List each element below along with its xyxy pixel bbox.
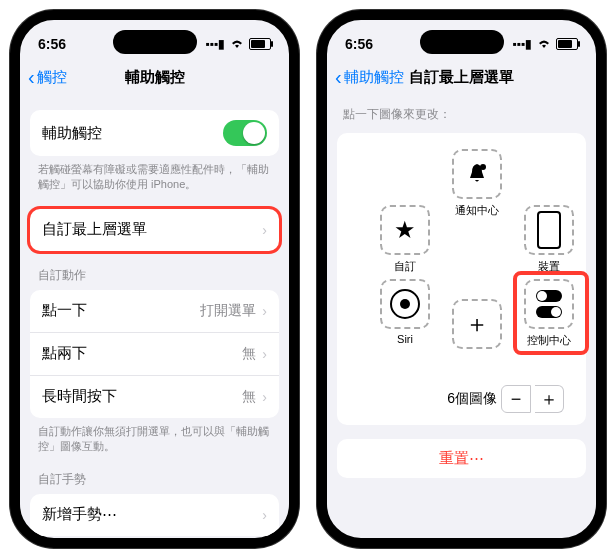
back-button[interactable]: ‹ 觸控 [28, 67, 67, 87]
signal-icon: ▪▪▪▮ [512, 37, 532, 51]
new-gesture-row[interactable]: 新增手勢⋯ › [30, 494, 279, 536]
star-icon: ★ [380, 205, 430, 255]
chevron-right-icon: › [262, 507, 267, 523]
custom-actions-footer: 自訂動作讓你無須打開選單，也可以與「輔助觸控」圖像互動。 [30, 418, 279, 455]
custom-actions-header: 自訂動作 [30, 267, 279, 290]
phone-left: 6:56 ▪▪▪▮ ‹ 觸控 輔助觸控 輔助觸控 若觸碰螢幕有障礙或需要適應性配… [10, 10, 299, 548]
row-label: 點一下 [42, 301, 87, 320]
count-label: 6個圖像 [447, 390, 497, 408]
back-button[interactable]: ‹ 輔助觸控 [335, 67, 404, 87]
svg-point-0 [480, 164, 486, 170]
menu-customize-panel: 通知中心 ★ 自訂 裝置 Siri ＋ 控制中心 [337, 133, 586, 425]
chevron-right-icon: › [262, 303, 267, 319]
reset-button[interactable]: 重置⋯ [337, 439, 586, 478]
slot-label: Siri [377, 333, 433, 345]
wifi-icon [536, 37, 552, 52]
nav-bar: ‹ 觸控 輔助觸控 [20, 60, 289, 94]
icon-count-stepper: 6個圖像 − ＋ [345, 379, 578, 413]
customize-top-menu-row[interactable]: 自訂最上層選單 › [30, 209, 279, 251]
custom-gestures-footer: 自訂手勢讓你錄製可從「自訂」選單中啟用的手勢。 [30, 536, 279, 548]
back-label: 觸控 [37, 68, 67, 87]
chevron-right-icon: › [262, 222, 267, 238]
double-tap-row[interactable]: 點兩下 無› [30, 332, 279, 375]
row-label: 長時間按下 [42, 387, 117, 406]
hint-text: 點一下圖像來更改： [327, 94, 596, 127]
slot-siri[interactable]: Siri [377, 279, 433, 345]
custom-gestures-header: 自訂手勢 [30, 471, 279, 494]
row-label: 新增手勢⋯ [42, 505, 117, 524]
slot-custom[interactable]: ★ 自訂 [377, 205, 433, 274]
status-icons: ▪▪▪▮ [512, 37, 578, 52]
stepper-minus[interactable]: − [501, 385, 531, 413]
siri-icon [380, 279, 430, 329]
battery-icon [249, 38, 271, 50]
dynamic-island [420, 30, 504, 54]
stepper-plus[interactable]: ＋ [535, 385, 564, 413]
toggle-on-icon[interactable] [223, 120, 267, 146]
slot-notification-center[interactable]: 通知中心 [449, 149, 505, 218]
reset-label: 重置⋯ [439, 449, 484, 466]
dynamic-island [113, 30, 197, 54]
row-label: 輔助觸控 [42, 124, 102, 143]
slot-label: 自訂 [377, 259, 433, 274]
battery-icon [556, 38, 578, 50]
status-icons: ▪▪▪▮ [205, 37, 271, 52]
slot-label: 通知中心 [449, 203, 505, 218]
chevron-right-icon: › [262, 346, 267, 362]
chevron-left-icon: ‹ [335, 67, 342, 87]
assistive-footer: 若觸碰螢幕有障礙或需要適應性配件時，「輔助觸控」可以協助你使用 iPhone。 [30, 156, 279, 193]
status-time: 6:56 [38, 36, 66, 52]
wifi-icon [229, 37, 245, 52]
nav-title: 自訂最上層選單 [409, 68, 514, 87]
long-press-row[interactable]: 長時間按下 無› [30, 375, 279, 418]
slot-add[interactable]: ＋ [449, 299, 505, 353]
bell-icon [452, 149, 502, 199]
row-value: 打開選單 [200, 302, 256, 320]
signal-icon: ▪▪▪▮ [205, 37, 225, 51]
assistive-touch-toggle-row[interactable]: 輔助觸控 [30, 110, 279, 156]
phone-icon [524, 205, 574, 255]
highlight-control-center [513, 271, 589, 355]
slot-device[interactable]: 裝置 [521, 205, 577, 274]
back-label: 輔助觸控 [344, 68, 404, 87]
row-value: 無 [242, 345, 256, 363]
plus-icon: ＋ [452, 299, 502, 349]
status-time: 6:56 [345, 36, 373, 52]
row-label: 自訂最上層選單 [42, 220, 147, 239]
row-label: 點兩下 [42, 344, 87, 363]
chevron-left-icon: ‹ [28, 67, 35, 87]
single-tap-row[interactable]: 點一下 打開選單› [30, 290, 279, 332]
row-value: 無 [242, 388, 256, 406]
icon-grid: 通知中心 ★ 自訂 裝置 Siri ＋ 控制中心 [345, 149, 578, 379]
chevron-right-icon: › [262, 389, 267, 405]
nav-title: 輔助觸控 [125, 68, 185, 87]
nav-bar: ‹ 輔助觸控 自訂最上層選單 [327, 60, 596, 94]
settings-scroll[interactable]: 輔助觸控 若觸碰螢幕有障礙或需要適應性配件時，「輔助觸控」可以協助你使用 iPh… [20, 94, 289, 548]
phone-right: 6:56 ▪▪▪▮ ‹ 輔助觸控 自訂最上層選單 點一下圖像來更改： 通知中心 [317, 10, 606, 548]
